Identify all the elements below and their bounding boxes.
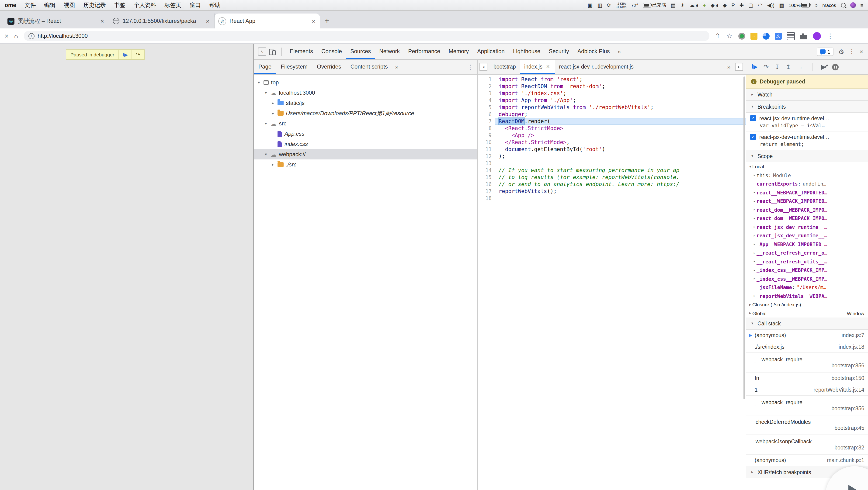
issues-badge[interactable]: 1 — [817, 47, 834, 56]
line-number[interactable]: 15 — [477, 174, 495, 181]
chevron-right-icon[interactable]: ▸ — [752, 216, 756, 221]
line-number[interactable]: 18 — [477, 195, 495, 202]
window-layout-icon[interactable]: ▤ — [671, 3, 676, 8]
callstack-frame-4[interactable]: 1reportWebVitals.js:14 — [746, 384, 868, 396]
snap-icon[interactable]: ✚ — [740, 3, 744, 8]
scope-entry-6[interactable]: ▸react_jsx_dev_runtime__… — [746, 223, 868, 231]
sync-icon[interactable]: ⟳ — [607, 3, 611, 8]
scope-entry-3[interactable]: ▸react__WEBPACK_IMPORTED… — [746, 197, 868, 205]
line-number[interactable]: 5 — [477, 104, 495, 111]
chevron-right-icon[interactable]: ▸ — [752, 191, 756, 195]
tab-scroll-right-icon[interactable]: ▸ — [735, 63, 743, 71]
scope-entry-7[interactable]: ▸react_jsx_dev_runtime__… — [746, 231, 868, 240]
pause-on-exceptions-icon[interactable] — [832, 64, 838, 70]
extension-notes-icon[interactable]: ... — [750, 32, 757, 39]
chevron-right-icon[interactable]: ▸ — [752, 208, 756, 212]
callstack-section-header[interactable]: ▾ Call stack — [746, 318, 868, 330]
navigator-tab-content-scripts[interactable]: Content scripts — [346, 60, 393, 74]
code-line-6[interactable]: 6debugger; — [477, 111, 746, 118]
tree-chevron-down-icon[interactable]: ▾ — [256, 80, 261, 85]
devtools-tab-console[interactable]: Console — [317, 44, 346, 59]
line-number[interactable]: 8 — [477, 125, 495, 132]
devtools-tab-elements[interactable]: Elements — [285, 44, 317, 59]
tree-chevron-right-icon[interactable]: ▸ — [271, 101, 275, 105]
profile-letter-icon[interactable]: P — [731, 3, 735, 8]
tree-item-0[interactable]: ▾top — [254, 77, 477, 88]
devtools-menu-icon[interactable]: ⋮ — [849, 48, 855, 55]
extension-translate-icon[interactable]: 文 — [775, 32, 782, 39]
scope-closure-row[interactable]: ▸ Closure (./src/index.js) — [746, 300, 868, 309]
profile-avatar[interactable] — [813, 32, 821, 40]
breakpoint-item-0[interactable]: ✓react-jsx-dev-runtime.devel…var validTy… — [746, 113, 868, 131]
editor-more-tabs-chevron[interactable]: » — [724, 64, 733, 70]
callstack-frame-2[interactable]: __webpack_require__bootstrap:856 — [746, 353, 868, 372]
activity-meter-icon[interactable]: ▥ — [597, 3, 602, 8]
address-bar[interactable]: i http://localhost:3000 — [24, 31, 709, 41]
scope-entry-14[interactable]: ▸_reportWebVitals__WEBPA… — [746, 292, 868, 300]
callstack-frame-8[interactable]: (anonymous)main.chunk.js:1 — [746, 455, 868, 466]
tree-item-6[interactable]: index.css — [254, 139, 477, 149]
tree-chevron-right-icon[interactable]: ▸ — [271, 111, 275, 116]
code-line-14[interactable]: 14// If you want to start measuring perf… — [477, 167, 746, 174]
tab-scroll-left-icon[interactable]: ◂ — [479, 63, 487, 71]
tree-item-1[interactable]: ▾☁localhost:3000 — [254, 88, 477, 98]
code-line-3[interactable]: 3import './index.css'; — [477, 90, 746, 97]
devtools-tab-adblock-plus[interactable]: Adblock Plus — [573, 44, 614, 59]
scope-global-row[interactable]: ▸ Global Window — [746, 309, 868, 318]
line-number[interactable]: 2 — [477, 83, 495, 90]
chevron-right-icon[interactable]: ▸ — [752, 234, 756, 238]
scope-entry-10[interactable]: ▸__react_refresh_utils__… — [746, 257, 868, 266]
menu-item-4[interactable]: 历史记录 — [83, 1, 106, 9]
scope-entry-12[interactable]: ▸_index_css__WEBPACK_IMP… — [746, 274, 868, 283]
chevron-right-icon[interactable]: ▸ — [752, 268, 756, 272]
editor-scrollbar[interactable] — [743, 76, 745, 399]
line-number[interactable]: 3 — [477, 90, 495, 97]
scope-entry-13[interactable]: _jsxFileName:"/Users/m… — [746, 283, 868, 292]
callstack-frame-5[interactable]: __webpack_require__bootstrap:856 — [746, 396, 868, 415]
devtools-tab-performance[interactable]: Performance — [404, 44, 444, 59]
brightness-icon[interactable]: ☀ — [680, 3, 685, 8]
callstack-frame-1[interactable]: ./src/index.jsindex.js:18 — [746, 341, 868, 353]
code-line-9[interactable]: 9 <App /> — [477, 132, 746, 139]
menu-item-6[interactable]: 个人资料 — [134, 1, 156, 9]
inspect-element-icon[interactable]: ↖ — [258, 47, 266, 56]
line-number[interactable]: 16 — [477, 181, 495, 188]
clock-icon[interactable]: ○ — [815, 3, 818, 8]
tab-close-icon[interactable]: × — [311, 18, 316, 25]
callstack-frame-0[interactable]: ▶(anonymous)index.js:7 — [746, 330, 868, 341]
navigator-menu-icon[interactable]: ⋮ — [464, 63, 477, 70]
settings-gear-icon[interactable]: ⚙ — [838, 48, 844, 55]
step-over-icon[interactable]: ↷ — [764, 64, 769, 70]
checkbox-checked-icon[interactable]: ✓ — [750, 134, 756, 140]
code-line-18[interactable]: 18 — [477, 195, 746, 202]
code-line-12[interactable]: 12); — [477, 153, 746, 160]
line-number[interactable]: 10 — [477, 139, 495, 146]
devtools-tab-security[interactable]: Security — [545, 44, 573, 59]
callstack-frame-6[interactable]: checkDeferredModulesbootstrap:45 — [746, 415, 868, 435]
devtools-tab-application[interactable]: Application — [473, 44, 508, 59]
menu-item-5[interactable]: 书签 — [114, 1, 125, 9]
extension-blue-icon[interactable] — [763, 32, 770, 39]
tab-close-icon[interactable]: × — [205, 18, 210, 25]
device-name[interactable]: macos — [822, 3, 836, 8]
code-line-4[interactable]: 4import App from './App'; — [477, 97, 746, 104]
display-icon[interactable]: ▢ — [748, 3, 753, 8]
scope-entry-9[interactable]: ▸__react_refresh_error_o… — [746, 249, 868, 257]
site-info-icon[interactable]: i — [28, 33, 34, 39]
input-source-icon[interactable]: ▦ — [779, 3, 784, 8]
screen-record-icon[interactable]: ▣ — [588, 3, 593, 8]
breakpoints-section-header[interactable]: ▾ Breakpoints — [746, 101, 868, 113]
chevron-right-icon[interactable]: ▸ — [752, 251, 756, 255]
url-text[interactable]: http://localhost:3000 — [37, 33, 88, 39]
share-icon[interactable]: ⇧ — [715, 32, 720, 40]
editor-tab-bootstrap[interactable]: bootstrap — [489, 60, 520, 74]
line-number[interactable]: 7 — [477, 118, 495, 125]
step-icon[interactable]: → — [797, 64, 803, 70]
line-number[interactable]: 1 — [477, 76, 495, 83]
devtools-tab-sources[interactable]: Sources — [346, 44, 375, 59]
more-panels-chevron[interactable]: » — [615, 48, 624, 55]
editor-tab-index-js[interactable]: index.js× — [520, 60, 555, 74]
scope-entry-0[interactable]: ▸this:Module — [746, 171, 868, 179]
network-speed[interactable]: 2 KB/s31 KB/s — [616, 2, 626, 8]
editor-tab-close-icon[interactable]: × — [545, 63, 551, 70]
